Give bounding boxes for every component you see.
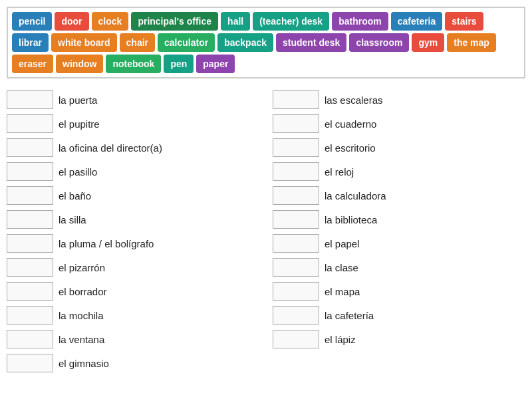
match-row: el pasillo (7, 161, 259, 182)
answer-box-el_cuaderno[interactable] (273, 114, 319, 133)
match-row: la biblioteca (273, 209, 525, 230)
answer-box-el_bano[interactable] (7, 186, 53, 205)
word-chip-teacher_desk[interactable]: (teacher) desk (253, 12, 329, 31)
match-row: el lápiz (273, 329, 525, 350)
match-label-las_escaleras: las escaleras (325, 94, 383, 106)
answer-box-la_ventana[interactable] (7, 330, 53, 348)
word-chip-principals_office[interactable]: principal's office (131, 12, 218, 31)
word-chip-bathroom[interactable]: bathroom (332, 12, 388, 31)
match-row: la cafetería (273, 305, 525, 326)
match-row: la oficina del director(a) (7, 137, 259, 158)
match-label-el_lapiz: el lápiz (325, 334, 356, 345)
match-label-el_mapa: el mapa (325, 286, 360, 297)
match-row: el escritorio (273, 137, 525, 158)
match-label-el_borrador: el borrador (59, 286, 107, 297)
match-label-el_pasillo: el pasillo (59, 166, 97, 178)
answer-box-las_escaleras[interactable] (273, 90, 319, 109)
word-chip-eraser[interactable]: eraser (12, 55, 53, 73)
word-chip-stairs[interactable]: stairs (445, 12, 483, 31)
match-label-la_cafeteria: la cafetería (325, 310, 374, 321)
left-column: la puertael pupitrela oficina del direct… (7, 89, 259, 374)
match-label-el_cuaderno: el cuaderno (325, 118, 376, 130)
match-row: el papel (273, 233, 525, 254)
word-chip-white_board[interactable]: white board (51, 33, 117, 52)
word-chip-backpack[interactable]: backpack (217, 33, 273, 52)
word-chip-chair[interactable]: chair (120, 33, 155, 52)
answer-box-la_pluma[interactable] (7, 234, 53, 253)
match-row: las escaleras (273, 89, 525, 110)
word-chip-the_map[interactable]: the map (447, 33, 496, 52)
match-row: la puerta (7, 89, 259, 110)
answer-box-la_mochila[interactable] (7, 306, 53, 325)
word-chip-clock[interactable]: clock (92, 12, 129, 31)
answer-box-el_papel[interactable] (273, 234, 319, 253)
answer-box-el_escritorio[interactable] (273, 138, 319, 157)
answer-box-el_pupitre[interactable] (7, 114, 53, 133)
word-bank: pencildoorclockprincipal's officehall(te… (7, 7, 525, 78)
match-row: el pizarrón (7, 257, 259, 278)
answer-box-la_biblioteca[interactable] (273, 210, 319, 229)
answer-box-el_reloj[interactable] (273, 162, 319, 181)
match-row: el baño (7, 185, 259, 206)
word-chip-gym[interactable]: gym (412, 33, 444, 52)
word-chip-pencil[interactable]: pencil (12, 12, 52, 31)
match-label-el_papel: el papel (325, 238, 360, 249)
match-row: el cuaderno (273, 113, 525, 134)
match-row: la mochila (7, 305, 259, 326)
answer-box-la_oficina[interactable] (7, 138, 53, 157)
answer-box-el_pizarron[interactable] (7, 258, 53, 277)
word-chip-librar[interactable]: librar (12, 33, 49, 52)
answer-box-el_borrador[interactable] (7, 282, 53, 301)
match-label-el_pizarron: el pizarrón (59, 262, 105, 273)
word-chip-student_desk[interactable]: student desk (276, 33, 346, 52)
matching-area: la puertael pupitrela oficina del direct… (7, 89, 525, 374)
match-label-el_gimnasio: el gimnasio (59, 358, 109, 369)
match-row: la ventana (7, 329, 259, 350)
match-row: la calculadora (273, 185, 525, 206)
match-label-la_puerta: la puerta (59, 94, 97, 106)
match-row: la pluma / el bolígrafo (7, 233, 259, 254)
match-label-la_mochila: la mochila (59, 310, 104, 321)
match-label-el_pupitre: el pupitre (59, 118, 100, 130)
match-row: el borrador (7, 281, 259, 302)
match-label-la_calculadora: la calculadora (325, 190, 386, 201)
match-row: la silla (7, 209, 259, 230)
word-chip-cafeteria[interactable]: cafeteria (391, 12, 443, 31)
answer-box-el_mapa[interactable] (273, 282, 319, 301)
match-row: el mapa (273, 281, 525, 302)
word-chip-paper[interactable]: paper (196, 55, 235, 73)
answer-box-la_clase[interactable] (273, 258, 319, 277)
right-column: las escalerasel cuadernoel escritorioel … (273, 89, 525, 374)
word-chip-pen[interactable]: pen (164, 55, 194, 73)
word-chip-classroom[interactable]: classroom (349, 33, 409, 52)
answer-box-el_lapiz[interactable] (273, 330, 319, 348)
word-chip-calculator[interactable]: calculator (158, 33, 215, 52)
word-chip-notebook[interactable]: notebook (106, 55, 161, 73)
word-chip-window[interactable]: window (56, 55, 103, 73)
answer-box-la_cafeteria[interactable] (273, 306, 319, 325)
match-label-el_escritorio: el escritorio (325, 142, 376, 154)
match-label-la_ventana: la ventana (59, 334, 104, 345)
answer-box-el_gimnasio[interactable] (7, 354, 53, 372)
answer-box-la_puerta[interactable] (7, 90, 53, 109)
match-label-la_oficina: la oficina del director(a) (59, 142, 162, 154)
match-row: el reloj (273, 161, 525, 182)
match-label-el_bano: el baño (59, 190, 91, 201)
match-row: el gimnasio (7, 352, 259, 374)
word-chip-hall[interactable]: hall (221, 12, 250, 31)
match-label-la_silla: la silla (59, 214, 86, 225)
match-label-la_clase: la clase (325, 262, 358, 273)
match-row: la clase (273, 257, 525, 278)
match-row: el pupitre (7, 113, 259, 134)
match-label-el_reloj: el reloj (325, 166, 354, 178)
answer-box-la_silla[interactable] (7, 210, 53, 229)
word-chip-door[interactable]: door (55, 12, 88, 31)
match-label-la_biblioteca: la biblioteca (325, 214, 377, 225)
answer-box-el_pasillo[interactable] (7, 162, 53, 181)
answer-box-la_calculadora[interactable] (273, 186, 319, 205)
match-label-la_pluma: la pluma / el bolígrafo (59, 238, 154, 249)
